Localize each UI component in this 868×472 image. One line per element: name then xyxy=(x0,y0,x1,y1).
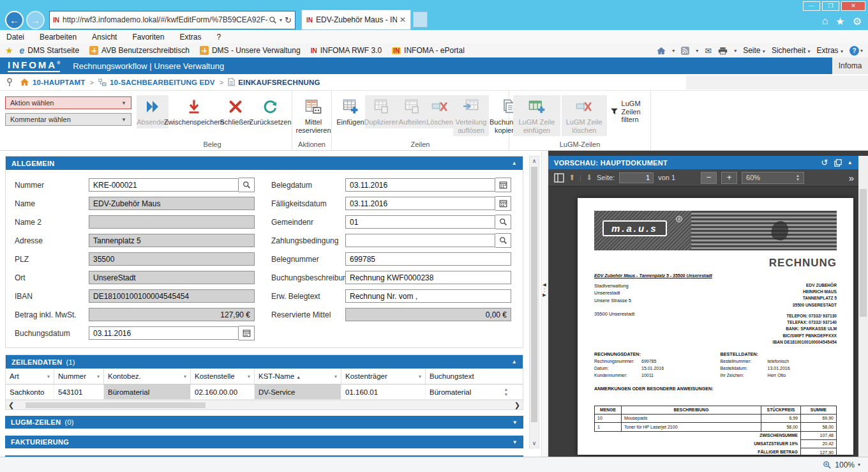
aufteilen-button[interactable]: Aufteilen xyxy=(398,95,426,128)
splitter-collapse-handles[interactable]: ◀ ⋮ ▶ xyxy=(542,282,547,298)
scrollbar-thumb[interactable] xyxy=(531,167,537,422)
expand-arrow-icon[interactable]: ▼ xyxy=(513,439,518,445)
zoom-out-button[interactable]: − xyxy=(701,172,717,184)
zuruecksetzen-button[interactable]: Zurücksetzen xyxy=(253,95,288,128)
collapse-arrow-icon[interactable]: ▲ xyxy=(512,359,517,365)
horizontal-scrollbar[interactable]: ❮ ❯ xyxy=(6,400,523,409)
expand-arrow-icon[interactable]: ▼ xyxy=(513,420,518,425)
cell-art[interactable]: Sachkonto xyxy=(6,384,54,399)
close-button[interactable]: ✕ xyxy=(841,1,865,11)
duplizieren-button[interactable]: Duplizieren xyxy=(365,95,398,128)
menu-favoriten[interactable]: Favoriten xyxy=(132,33,164,42)
menu-ansicht[interactable]: Ansicht xyxy=(92,33,117,42)
belegdatum-input[interactable]: 03.11.2016 xyxy=(345,178,495,192)
tab-close-icon[interactable]: ✕ xyxy=(400,15,406,24)
faelligkeitsdatum-calendar-button[interactable] xyxy=(495,196,511,211)
zahlungsbedingung-input[interactable] xyxy=(345,234,495,247)
home-dropdown-icon[interactable]: ▾ xyxy=(672,48,675,54)
col-header-kst-name[interactable]: KST-Name▲▾ xyxy=(255,369,341,384)
section-header-lugm-zeilen[interactable]: LUGM-ZEILEN (0) ▼ xyxy=(5,416,523,429)
collapse-left-icon[interactable]: ◀ xyxy=(542,282,546,287)
menu-help[interactable]: ? xyxy=(216,33,221,42)
scrollbar-thumb[interactable] xyxy=(26,402,206,408)
forward-button[interactable]: → xyxy=(26,11,45,29)
breadcrumb-einkaufsrechnung[interactable]: EINKAUFSRECHNUNG xyxy=(238,79,320,86)
buchungsbeschreibung-input[interactable]: Rechnung KWF0000238 xyxy=(345,271,511,284)
buchungsdatum-input[interactable]: 03.11.2016 xyxy=(89,326,239,340)
new-tab-button[interactable] xyxy=(413,11,428,27)
scroll-up-icon[interactable]: ∧ xyxy=(530,156,539,165)
menu-bearbeiten[interactable]: Bearbeiten xyxy=(40,33,77,42)
favorite-infoma-eportal[interactable]: IN INFOMA - ePortal xyxy=(392,46,465,55)
col-header-art[interactable]: Art▾ xyxy=(6,369,54,384)
zwischenspeichern-button[interactable]: Zwischenspeichern xyxy=(170,95,218,128)
home-breadcrumb-icon[interactable] xyxy=(20,78,29,86)
col-header-nummer[interactable]: Nummer▾ xyxy=(54,369,104,384)
address-bar[interactable]: IN http://rwf3.infomademo.lokal/#/kwfEdi… xyxy=(49,11,296,29)
preview-header[interactable]: VORSCHAU: HAUPTDOKUMENT ↺ ▲ xyxy=(548,156,858,169)
refresh-icon[interactable]: ↻ xyxy=(285,15,292,25)
einfuegen-button[interactable]: Einfügen xyxy=(336,95,365,128)
restore-button[interactable]: ❐ xyxy=(822,1,839,11)
cmd-sicherheit[interactable]: Sicherheit ▾ xyxy=(772,46,811,55)
cell-kostenstelle[interactable]: 02.160.00.00 xyxy=(191,384,255,399)
menu-datei[interactable]: Datei xyxy=(6,33,24,42)
col-header-kontobez[interactable]: Kontobez.▾ xyxy=(104,369,191,384)
comment-select[interactable]: Kommentar wählen ▼ xyxy=(5,113,131,126)
user-menu[interactable]: Infoma xyxy=(832,57,868,74)
gemeindenr-input[interactable]: 01 xyxy=(345,215,495,229)
scrollbar-thumb[interactable] xyxy=(860,189,867,317)
address-dropdown-icon[interactable]: ▾ xyxy=(280,17,282,23)
gemeindenr-lookup-button[interactable] xyxy=(495,215,511,229)
zahlungsbedingung-lookup-button[interactable] xyxy=(495,233,511,248)
row-spinner[interactable]: ▲▼ xyxy=(501,384,511,399)
favorite-dms-verwaltung[interactable]: DMS - Unsere Verwaltung xyxy=(200,46,301,55)
col-header-kostentraeger[interactable]: Kostenträger▾ xyxy=(341,369,426,384)
erw-belegtext-input[interactable]: Rechnung Nr. vom , xyxy=(345,289,511,303)
browser-tab[interactable]: IN EDV-Zubehör Maus - INFO... ✕ xyxy=(301,10,411,30)
popout-icon[interactable] xyxy=(834,159,842,167)
minimize-button[interactable]: — xyxy=(803,1,820,11)
next-page-icon[interactable]: ⬇ xyxy=(586,173,592,182)
rss-dropdown-icon[interactable]: ▾ xyxy=(696,48,698,54)
cmd-extras[interactable]: Extras ▾ xyxy=(817,46,843,55)
print-dropdown-icon[interactable]: ▾ xyxy=(734,48,737,54)
printer-icon[interactable] xyxy=(718,47,728,55)
breadcrumb-sachbearbeitung[interactable]: 10-SACHBEARBEITUNG EDV xyxy=(110,79,215,86)
section-header-zeilendaten[interactable]: ZEILENDATEN (1) ▲ xyxy=(6,355,523,369)
faelligkeitsdatum-input[interactable]: 03.11.2016 xyxy=(345,197,495,210)
rss-icon[interactable] xyxy=(681,47,689,55)
favorite-infoma-rwf[interactable]: IN INFOMA RWF 3.0 xyxy=(311,46,382,55)
collapse-arrow-icon[interactable]: ▲ xyxy=(512,160,517,166)
mittel-reservieren-button[interactable]: Mittel reservieren xyxy=(296,95,331,136)
browser-zoom-level[interactable]: 100% xyxy=(835,461,855,469)
panel-splitter[interactable]: ◀ ⋮ ▶ xyxy=(541,151,548,457)
back-button[interactable]: ← xyxy=(5,11,24,29)
nummer-lookup-button[interactable] xyxy=(239,178,255,192)
home-icon[interactable]: ⌂ xyxy=(822,15,828,27)
zoom-level-select[interactable]: 60% ▲▼ xyxy=(742,172,804,184)
cell-buchungstext[interactable]: Büromaterial xyxy=(426,384,501,399)
verteilung-aufloesen-button[interactable]: Verteilung auflösen xyxy=(453,95,489,136)
favorite-avb[interactable]: AVB Benutzerschreibtisch xyxy=(89,46,190,55)
mail-icon[interactable]: ✉ xyxy=(705,46,712,56)
sidebar-toggle-icon[interactable] xyxy=(554,173,564,183)
settings-gear-icon[interactable]: ⚙ xyxy=(853,15,862,27)
zoom-dropdown-icon[interactable]: ▾ xyxy=(858,462,860,468)
cell-kostentraeger[interactable]: 01.160.01 xyxy=(341,384,426,399)
col-header-buchungstext[interactable]: Buchungstext xyxy=(426,369,501,384)
search-icon[interactable] xyxy=(269,16,277,24)
section-header-allgemein[interactable]: ALLGEMEIN ▲ xyxy=(6,156,523,170)
zoom-in-button[interactable]: + xyxy=(721,172,737,184)
breadcrumb-hauptamt[interactable]: 10-HAUPTAMT xyxy=(33,79,86,86)
refresh-preview-icon[interactable]: ↺ xyxy=(821,158,828,167)
scroll-down-icon[interactable]: ∨ xyxy=(530,439,539,448)
page-number-input[interactable]: 1 xyxy=(619,172,654,183)
action-select[interactable]: Aktion wählen ▼ xyxy=(5,96,131,109)
loeschen-button[interactable]: Löschen xyxy=(426,95,453,128)
preview-scrollbar[interactable] xyxy=(858,156,868,457)
scroll-left-icon[interactable]: ❮ xyxy=(8,401,14,409)
favorite-dms-startseite[interactable]: e DMS Startseite xyxy=(20,45,80,56)
previous-page-icon[interactable]: ⬆ xyxy=(569,173,575,182)
pin-icon[interactable] xyxy=(6,78,13,87)
